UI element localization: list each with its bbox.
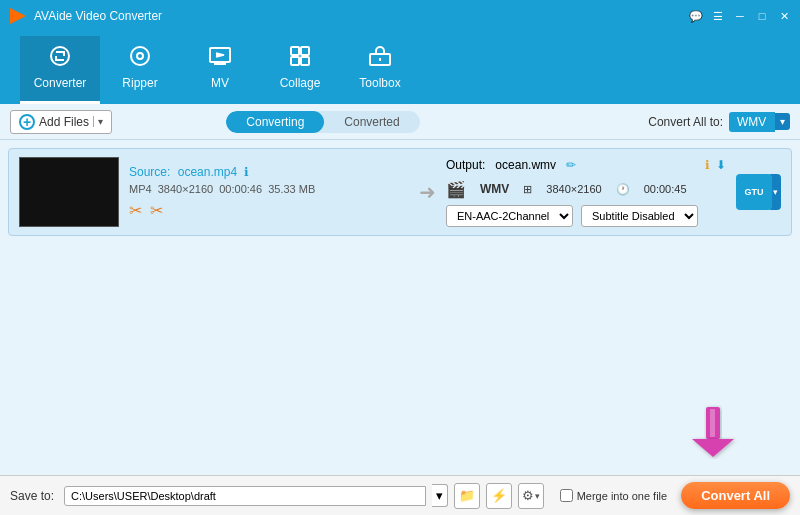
- app-logo: [8, 6, 28, 26]
- format-badge-container: GTU ▾: [736, 174, 781, 210]
- nav-item-ripper[interactable]: Ripper: [100, 36, 180, 104]
- svg-rect-8: [291, 57, 299, 65]
- nav-item-collage[interactable]: Collage: [260, 36, 340, 104]
- svg-point-2: [131, 47, 149, 65]
- output-icons: ℹ ⬇: [705, 158, 726, 172]
- merge-checkbox[interactable]: [560, 489, 573, 502]
- output-res-icon: ⊞: [523, 183, 532, 196]
- format-badge[interactable]: GTU: [736, 174, 772, 210]
- settings-icon-button[interactable]: ⚡: [486, 483, 512, 509]
- source-info-icon[interactable]: ℹ: [244, 165, 249, 179]
- output-label: Output:: [446, 158, 485, 172]
- file-duration: 00:00:46: [219, 183, 262, 195]
- output-meta: 🎬 WMV ⊞ 3840×2160 🕐 00:00:45: [446, 180, 726, 199]
- nav-item-toolbox[interactable]: Toolbox: [340, 36, 420, 104]
- nav-bar: Converter Ripper MV: [0, 32, 800, 104]
- minimize-button[interactable]: ─: [732, 8, 748, 24]
- source-filename: ocean.mp4: [178, 165, 237, 179]
- tab-converting[interactable]: Converting: [226, 111, 324, 133]
- file-size: 35.33 MB: [268, 183, 315, 195]
- file-thumbnail: [19, 157, 119, 227]
- nav-mv-label: MV: [211, 76, 229, 90]
- file-meta: MP4 3840×2160 00:00:46 35.33 MB: [129, 183, 409, 195]
- file-source: Source: ocean.mp4 ℹ: [129, 165, 409, 179]
- app-title: AVAide Video Converter: [34, 9, 688, 23]
- save-path-dropdown-button[interactable]: ▾: [432, 484, 448, 507]
- format-badge-text: GTU: [745, 187, 764, 197]
- arrow-annotation: [688, 405, 738, 463]
- file-info: Source: ocean.mp4 ℹ MP4 3840×2160 00:00:…: [129, 165, 409, 220]
- output-duration: 00:00:45: [644, 183, 687, 195]
- nav-converter-label: Converter: [34, 76, 87, 90]
- mv-icon: [208, 44, 232, 74]
- save-to-label: Save to:: [10, 489, 54, 503]
- output-resolution: 3840×2160: [546, 183, 601, 195]
- format-dropdown-button[interactable]: ▾: [775, 113, 790, 130]
- svg-rect-9: [301, 57, 309, 65]
- format-select[interactable]: WMV: [729, 112, 775, 132]
- format-selector: WMV ▾: [729, 112, 790, 132]
- output-header: Output: ocean.wmv ✏ ℹ ⬇: [446, 158, 726, 172]
- window-controls: 💬 ☰ ─ □ ✕: [688, 8, 792, 24]
- annotation-arrow-svg: [688, 405, 738, 460]
- add-files-dropdown-arrow[interactable]: ▾: [93, 116, 103, 127]
- add-files-button[interactable]: + Add Files ▾: [10, 110, 112, 134]
- nav-item-mv[interactable]: MV: [180, 36, 260, 104]
- subtitle-select[interactable]: Subtitle Disabled: [581, 205, 698, 227]
- ripper-icon: [128, 44, 152, 74]
- merge-label-text: Merge into one file: [577, 490, 668, 502]
- svg-rect-7: [301, 47, 309, 55]
- convert-all-label: Convert All to:: [648, 115, 723, 129]
- nav-item-converter[interactable]: Converter: [20, 36, 100, 104]
- menu-icon[interactable]: ☰: [710, 8, 726, 24]
- trim-icon[interactable]: ✂: [150, 201, 163, 220]
- maximize-button[interactable]: □: [754, 8, 770, 24]
- file-resolution: 3840×2160: [158, 183, 213, 195]
- cut-icon[interactable]: ✂: [129, 201, 142, 220]
- source-label: Source:: [129, 165, 170, 179]
- svg-rect-6: [291, 47, 299, 55]
- folder-icon-button[interactable]: 📁: [454, 483, 480, 509]
- file-item: Source: ocean.mp4 ℹ MP4 3840×2160 00:00:…: [8, 148, 792, 236]
- gear-dropdown-arrow: ▾: [535, 491, 540, 501]
- toolbar: + Add Files ▾ Converting Converted Conve…: [0, 104, 800, 140]
- nav-ripper-label: Ripper: [122, 76, 157, 90]
- add-icon: +: [19, 114, 35, 130]
- tab-group: Converting Converted: [226, 111, 419, 133]
- svg-point-3: [137, 53, 143, 59]
- svg-rect-14: [710, 409, 715, 437]
- output-format-icon: 🎬: [446, 180, 466, 199]
- nav-toolbox-label: Toolbox: [359, 76, 400, 90]
- gear-icon: ⚙: [522, 488, 534, 503]
- file-actions: ✂ ✂: [129, 201, 409, 220]
- output-clock-icon: 🕐: [616, 183, 630, 196]
- svg-marker-0: [10, 8, 26, 24]
- main-content: Source: ocean.mp4 ℹ MP4 3840×2160 00:00:…: [0, 140, 800, 490]
- output-info-icon[interactable]: ℹ: [705, 158, 710, 172]
- converter-icon: [48, 44, 72, 74]
- preferences-icon-button[interactable]: ⚙ ▾: [518, 483, 544, 509]
- merge-checkbox-label[interactable]: Merge into one file: [560, 489, 668, 502]
- chat-icon[interactable]: 💬: [688, 8, 704, 24]
- tab-converted[interactable]: Converted: [324, 111, 419, 133]
- toolbox-icon: [368, 44, 392, 74]
- save-path-input[interactable]: [64, 486, 426, 506]
- file-format: MP4: [129, 183, 152, 195]
- title-bar: AVAide Video Converter 💬 ☰ ─ □ ✕: [0, 0, 800, 32]
- output-edit-icon[interactable]: ✏: [566, 158, 576, 172]
- output-download-icon[interactable]: ⬇: [716, 158, 726, 172]
- convert-all-button[interactable]: Convert All: [681, 482, 790, 509]
- output-info: Output: ocean.wmv ✏ ℹ ⬇ 🎬 WMV ⊞ 3840×216…: [446, 158, 726, 227]
- close-button[interactable]: ✕: [776, 8, 792, 24]
- output-filename: ocean.wmv: [495, 158, 556, 172]
- collage-icon: [288, 44, 312, 74]
- bottom-bar: Save to: ▾ 📁 ⚡ ⚙ ▾ Merge into one file C…: [0, 475, 800, 515]
- convert-arrow: ➜: [419, 180, 436, 204]
- output-selects: EN-AAC-2Channel Subtitle Disabled: [446, 205, 726, 227]
- audio-select[interactable]: EN-AAC-2Channel: [446, 205, 573, 227]
- svg-marker-13: [692, 439, 734, 457]
- nav-collage-label: Collage: [280, 76, 321, 90]
- output-format: WMV: [480, 182, 509, 196]
- svg-point-1: [51, 47, 69, 65]
- add-files-label: Add Files: [39, 115, 89, 129]
